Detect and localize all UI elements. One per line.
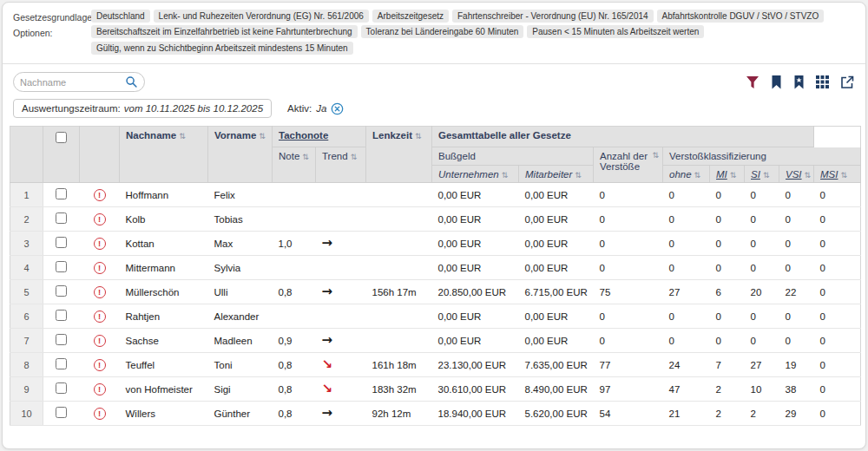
header-note[interactable]: Note⇅ xyxy=(273,147,316,183)
warning-icon[interactable]: ! xyxy=(94,286,106,298)
header-vsi[interactable]: VSI⇅ xyxy=(779,166,814,183)
row-checkbox[interactable] xyxy=(56,188,67,199)
msi-cell: 0 xyxy=(814,304,861,329)
row-checkbox-cell xyxy=(43,377,80,402)
lenkzeit-cell: 183h 32m xyxy=(366,377,432,402)
bussgeld-unternehmen-cell: 0,00 EUR xyxy=(432,207,519,232)
warning-icon[interactable]: ! xyxy=(94,238,106,250)
warning-icon[interactable]: ! xyxy=(94,310,106,323)
note-cell xyxy=(273,183,316,207)
header-si[interactable]: SI⇅ xyxy=(745,166,779,183)
header-klassifizierung-label: Verstoßklassifizierung xyxy=(669,151,766,161)
row-checkbox[interactable] xyxy=(56,407,67,418)
msi-cell: 0 xyxy=(814,402,861,426)
bookmark-icon[interactable] xyxy=(770,75,783,90)
warning-icon[interactable]: ! xyxy=(94,262,106,274)
ohne-cell: 0 xyxy=(663,232,710,256)
row-checkbox[interactable] xyxy=(56,310,67,321)
ohne-cell: 47 xyxy=(663,377,710,402)
header-tachonote[interactable]: Tachonote xyxy=(273,127,366,147)
header-msi[interactable]: MSI⇅ xyxy=(814,166,861,183)
header-gesamttabelle: Gesamttabelle aller Gesetze xyxy=(432,127,814,147)
header-trend[interactable]: Trend⇅ xyxy=(316,147,366,183)
option-tag: Pausen < 15 Minuten als Arbeitszeit wert… xyxy=(527,25,704,38)
vorname-cell: Alexander xyxy=(208,304,273,329)
lenkzeit-cell xyxy=(366,232,432,256)
header-ohne[interactable]: ohne⇅ xyxy=(663,166,710,183)
row-checkbox[interactable] xyxy=(56,334,67,345)
bussgeld-unternehmen-cell: 0,00 EUR xyxy=(432,304,519,329)
bussgeld-mitarbeiter-cell: 0,00 EUR xyxy=(519,207,594,232)
legal-basis-row: Gesetzesgrundlage: DeutschlandLenk- und … xyxy=(13,10,855,23)
mi-cell: 0 xyxy=(710,329,745,353)
table-row: 8!TeuffelToni0,8↘161h 18m23.130,00 EUR7.… xyxy=(10,353,861,377)
grid-icon[interactable] xyxy=(815,75,830,89)
select-all-checkbox[interactable] xyxy=(56,132,67,143)
header-lenkzeit[interactable]: Lenkzeit⇅ xyxy=(366,127,432,183)
warning-icon[interactable]: ! xyxy=(94,383,106,395)
table-row: 7!SachseMadleen0,9→0,00 EUR0,00 EUR00000… xyxy=(10,329,861,353)
header-si-label: SI xyxy=(751,169,760,180)
nachname-cell: Mittermann xyxy=(120,256,208,280)
row-checkbox[interactable] xyxy=(56,261,67,272)
note-cell: 0,9 xyxy=(273,329,316,353)
sort-icon: ⇅ xyxy=(763,171,770,180)
si-cell: 0 xyxy=(745,329,779,353)
header-vorname[interactable]: Vorname⇅ xyxy=(208,127,273,183)
warning-cell: ! xyxy=(80,207,120,232)
header-mitarbeiter[interactable]: Mitarbeiter⇅ xyxy=(519,166,594,183)
row-checkbox-cell xyxy=(43,256,80,280)
warning-cell: ! xyxy=(80,377,120,402)
aktiv-label: Aktiv: xyxy=(287,103,312,114)
sort-icon: ⇅ xyxy=(652,151,659,160)
trend-stable-icon: → xyxy=(322,332,333,348)
msi-cell: 0 xyxy=(814,207,861,232)
vsi-cell: 0 xyxy=(779,329,814,353)
date-range-chip[interactable]: Auswertungszeitraum: vom 10.11.2025 bis … xyxy=(13,99,272,118)
header-nachname[interactable]: Nachname⇅ xyxy=(120,127,208,183)
msi-cell: 0 xyxy=(814,232,861,256)
ohne-cell: 21 xyxy=(663,402,710,426)
msi-cell: 0 xyxy=(814,256,861,280)
remove-filter-icon[interactable] xyxy=(331,102,344,115)
warning-icon[interactable]: ! xyxy=(94,335,106,347)
bussgeld-mitarbeiter-cell: 7.635,00 EUR xyxy=(519,353,594,377)
row-checkbox[interactable] xyxy=(56,285,67,297)
header-mi[interactable]: MI⇅ xyxy=(710,166,745,183)
warning-icon[interactable]: ! xyxy=(94,408,106,420)
row-checkbox[interactable] xyxy=(56,237,67,248)
si-cell: 2 xyxy=(745,402,779,426)
nachname-cell: Rahtjen xyxy=(120,304,208,329)
search-input[interactable] xyxy=(20,77,125,88)
table-row: 2!KolbTobias0,00 EUR0,00 EUR000000 xyxy=(10,207,861,232)
note-cell: 0,8 xyxy=(273,402,316,426)
trend-stable-icon: → xyxy=(322,405,333,421)
row-checkbox-cell xyxy=(43,353,80,377)
nachname-cell: Kolb xyxy=(120,207,208,232)
warning-cell: ! xyxy=(80,402,120,426)
vorname-cell: Felix xyxy=(208,183,273,207)
row-checkbox[interactable] xyxy=(56,358,67,369)
bookmark-add-icon[interactable] xyxy=(792,75,806,90)
warning-icon[interactable]: ! xyxy=(94,359,106,371)
bussgeld-unternehmen-cell: 0,00 EUR xyxy=(432,256,519,280)
export-icon[interactable] xyxy=(839,75,855,90)
warning-icon[interactable]: ! xyxy=(94,213,106,226)
table-row: 10!WillersGünther0,8→92h 12m18.940,00 EU… xyxy=(10,402,861,426)
row-checkbox[interactable] xyxy=(56,212,67,224)
filter-icon[interactable] xyxy=(745,75,760,90)
mi-cell: 0 xyxy=(710,256,745,280)
warning-icon[interactable]: ! xyxy=(94,189,106,201)
row-checkbox-cell xyxy=(43,402,80,426)
sort-icon: ⇅ xyxy=(575,171,582,180)
vorname-cell: Max xyxy=(208,232,273,256)
trend-cell xyxy=(316,183,366,207)
search-icon[interactable] xyxy=(125,75,138,88)
bussgeld-unternehmen-cell: 0,00 EUR xyxy=(432,183,519,207)
row-checkbox[interactable] xyxy=(56,382,67,394)
header-anzahl-verstoesse[interactable]: Anzahl der Verstöße⇅ xyxy=(594,147,663,183)
toolbar-icons xyxy=(745,75,855,90)
ohne-cell: 0 xyxy=(663,304,710,329)
options-row: Optionen: Bereitschaftszeit im Einzelfah… xyxy=(13,25,855,55)
header-unternehmen[interactable]: Unternehmen⇅ xyxy=(432,166,519,183)
